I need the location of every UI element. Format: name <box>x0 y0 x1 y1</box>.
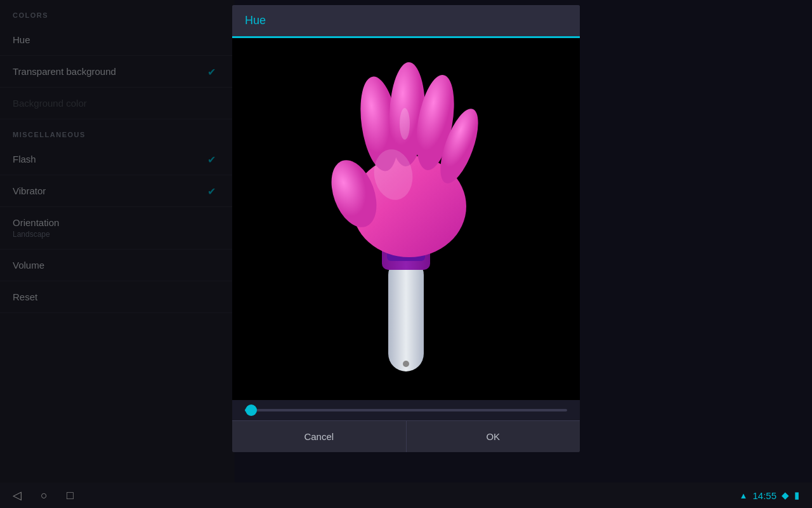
status-right: ▲ 14:55 ◆ ▮ <box>740 490 799 501</box>
nav-buttons: ◁ ○ □ <box>13 488 74 502</box>
battery-icon: ▮ <box>794 490 799 501</box>
dialog-title-bar: Hue <box>232 5 580 36</box>
home-button[interactable]: ○ <box>41 489 48 502</box>
hand-clapper-svg <box>311 54 501 384</box>
svg-point-1 <box>403 361 409 367</box>
recents-button[interactable]: □ <box>67 489 74 502</box>
clock: 14:55 <box>752 490 776 501</box>
svg-rect-0 <box>388 257 424 371</box>
dialog-buttons: Cancel OK <box>232 420 580 452</box>
hue-slider-container[interactable] <box>232 400 580 420</box>
hue-slider-track[interactable] <box>245 409 567 411</box>
hue-slider-thumb[interactable] <box>246 404 257 416</box>
svg-point-11 <box>400 108 410 140</box>
wifi-signal-icon: ◆ <box>782 490 789 501</box>
dialog-title: Hue <box>245 14 266 27</box>
back-button[interactable]: ◁ <box>13 488 22 502</box>
hue-dialog: Hue <box>232 5 580 452</box>
cancel-button[interactable]: Cancel <box>232 421 407 452</box>
status-bar: ◁ ○ □ ▲ 14:55 ◆ ▮ <box>0 483 812 508</box>
wifi-icon: ▲ <box>740 491 748 500</box>
ok-button[interactable]: OK <box>407 421 580 452</box>
hand-clapper-image <box>311 38 501 400</box>
dialog-content <box>232 38 580 400</box>
